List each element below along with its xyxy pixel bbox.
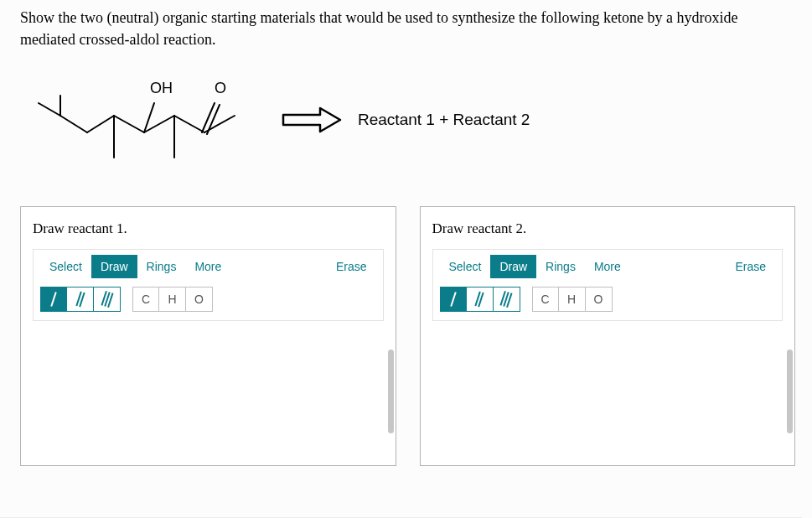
triple-bond-button[interactable] xyxy=(494,287,520,312)
svg-line-5 xyxy=(114,116,144,132)
o-label: O xyxy=(215,80,226,96)
element-group: C H O xyxy=(132,287,213,312)
panel-2-tool-row: C H O xyxy=(440,287,776,312)
panel-reactant-1: Draw reactant 1. Select Draw Rings More … xyxy=(20,206,396,466)
element-o-button[interactable]: O xyxy=(586,287,613,312)
panel-1-tab-row: Select Draw Rings More Erase xyxy=(40,255,376,278)
panel-2-title: Draw reactant 2. xyxy=(432,220,784,237)
svg-line-0 xyxy=(39,103,60,116)
question-line2: mediated crossed-aldol reaction. xyxy=(20,31,215,48)
panel-1-toolbar: Select Draw Rings More Erase C H O xyxy=(33,249,384,321)
page-container[interactable]: Show the two (neutral) organic starting … xyxy=(0,0,812,518)
tab-more[interactable]: More xyxy=(585,255,630,278)
oh-label: OH xyxy=(150,80,173,96)
panel-2-tab-row: Select Draw Rings More Erase xyxy=(440,255,776,278)
tab-rings[interactable]: Rings xyxy=(137,255,186,278)
element-c-button[interactable]: C xyxy=(532,287,559,312)
tab-more[interactable]: More xyxy=(185,255,230,278)
product-molecule: OH O xyxy=(20,57,272,183)
element-h-button[interactable]: H xyxy=(159,287,186,312)
tab-select[interactable]: Select xyxy=(40,255,91,278)
element-c-button[interactable]: C xyxy=(132,287,159,312)
question-text: Show the two (neutral) organic starting … xyxy=(20,7,795,50)
prompt-row: OH O Reactant 1 + Reactant 2 xyxy=(20,57,795,183)
element-h-button[interactable]: H xyxy=(559,287,586,312)
tab-rings[interactable]: Rings xyxy=(536,255,585,278)
panel-2-canvas-scrollbar[interactable] xyxy=(785,350,793,464)
element-group: C H O xyxy=(532,287,613,312)
double-bond-button[interactable] xyxy=(467,287,494,312)
question-line1: Show the two (neutral) organic starting … xyxy=(20,9,737,26)
svg-line-12 xyxy=(204,116,235,132)
panel-1-canvas-scrollbar[interactable] xyxy=(386,350,394,464)
reaction-arrow-icon xyxy=(272,103,351,137)
reactants-label: Reactant 1 + Reactant 2 xyxy=(358,111,530,129)
bond-group xyxy=(40,287,121,312)
panel-1-title: Draw reactant 1. xyxy=(33,220,384,237)
single-bond-button[interactable] xyxy=(440,287,467,312)
panels-row: Draw reactant 1. Select Draw Rings More … xyxy=(20,206,795,466)
svg-line-9 xyxy=(174,116,204,132)
tab-erase[interactable]: Erase xyxy=(327,255,376,278)
panel-reactant-2: Draw reactant 2. Select Draw Rings More … xyxy=(420,206,796,466)
tab-draw[interactable]: Draw xyxy=(91,255,137,278)
triple-bond-button[interactable] xyxy=(94,287,121,312)
panel-2-toolbar: Select Draw Rings More Erase C H O xyxy=(432,249,784,321)
tab-erase[interactable]: Erase xyxy=(726,255,775,278)
panel-1-tool-row: C H O xyxy=(40,287,376,312)
tab-draw[interactable]: Draw xyxy=(490,255,536,278)
svg-line-3 xyxy=(87,116,114,132)
bond-group xyxy=(440,287,520,312)
double-bond-button[interactable] xyxy=(67,287,94,312)
element-o-button[interactable]: O xyxy=(186,287,213,312)
tab-select[interactable]: Select xyxy=(440,255,491,278)
single-bond-button[interactable] xyxy=(40,287,67,312)
svg-line-2 xyxy=(60,116,87,132)
